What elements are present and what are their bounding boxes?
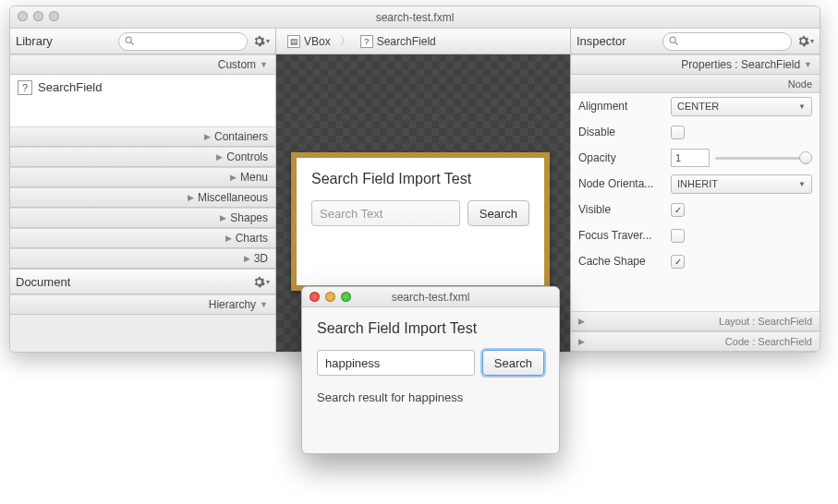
- svg-point-0: [126, 37, 131, 42]
- prop-row-focus: Focus Traver...: [571, 222, 820, 248]
- search-result-text: Search result for happiness: [317, 390, 544, 404]
- search-icon: [125, 36, 135, 46]
- minimize-icon[interactable]: [33, 11, 43, 21]
- slider-thumb-icon[interactable]: [799, 151, 812, 164]
- chevron-down-icon: ▾: [810, 37, 814, 45]
- library-section-charts[interactable]: ▶Charts: [10, 228, 275, 248]
- chevron-down-icon: ▾: [266, 278, 270, 286]
- selected-component[interactable]: Search Field Import Test Search Text Sea…: [291, 152, 550, 291]
- inspector-section-code[interactable]: ▶ Code : SearchField: [571, 331, 820, 352]
- prop-row-disable: Disable: [571, 119, 820, 145]
- library-custom-body: ? SearchField: [10, 75, 275, 126]
- chevron-down-icon: ▾: [266, 37, 270, 45]
- library-title: Library: [16, 34, 53, 48]
- preview-heading: Search Field Import Test: [317, 320, 544, 337]
- breadcrumb-item-vbox[interactable]: ▤ VBox: [284, 33, 334, 50]
- canvas-heading: Search Field Import Test: [311, 171, 529, 187]
- library-panel: Library ▾ Custom ▼ ? SearchField ▶Contai…: [10, 29, 276, 352]
- chevron-right-icon: ▶: [578, 337, 585, 346]
- visible-checkbox[interactable]: ✓: [671, 203, 685, 217]
- inspector-footer: ▶ Layout : SearchField ▶ Code : SearchFi…: [571, 311, 820, 352]
- cache-shape-checkbox[interactable]: ✓: [671, 255, 685, 269]
- library-header: Library ▾: [10, 29, 275, 54]
- inspector-search-input[interactable]: [662, 32, 792, 51]
- chevron-down-icon: ▼: [804, 60, 812, 69]
- zoom-icon[interactable]: [341, 292, 351, 302]
- inspector-body: Node Alignment CENTER▼ Disable Opacity 1: [571, 75, 820, 311]
- window-controls: [18, 11, 59, 21]
- gear-icon: [797, 35, 809, 47]
- preview-window-controls: [310, 292, 351, 302]
- chevron-right-icon: ▶: [578, 317, 585, 326]
- chevron-right-icon: ▶: [204, 132, 211, 141]
- inspector-menu-button[interactable]: ▾: [797, 33, 814, 50]
- chevron-right-icon: ▶: [225, 234, 232, 243]
- document-header: Document ▾: [10, 269, 275, 294]
- preview-titlebar[interactable]: search-test.fxml: [302, 287, 559, 307]
- library-section-menu[interactable]: ▶Menu: [10, 167, 275, 187]
- chevron-down-icon: ▼: [260, 60, 268, 69]
- prop-row-node-orientation: Node Orienta... INHERIT▼: [571, 171, 820, 197]
- chevron-right-icon: ▶: [188, 193, 194, 202]
- search-button[interactable]: Search: [468, 200, 529, 226]
- library-menu-button[interactable]: ▾: [253, 33, 270, 50]
- library-item-searchfield[interactable]: SearchField: [38, 80, 102, 94]
- document-section-hierarchy[interactable]: Hierarchy ▼: [10, 294, 275, 315]
- preview-body: Search Field Import Test happiness Searc…: [302, 307, 559, 417]
- document-title: Document: [16, 275, 70, 289]
- chevron-right-icon: ▶: [230, 173, 237, 182]
- breadcrumb-item-searchfield[interactable]: ? SearchField: [357, 33, 440, 50]
- node-orientation-combo[interactable]: INHERIT▼: [671, 174, 812, 194]
- chevron-right-icon: ▶: [216, 152, 223, 162]
- window-title: search-test.fxml: [376, 11, 455, 24]
- minimize-icon[interactable]: [325, 292, 335, 302]
- chevron-right-icon: ▶: [220, 213, 226, 222]
- library-section-containers[interactable]: ▶Containers: [10, 126, 275, 147]
- library-section-controls[interactable]: ▶Controls: [10, 147, 275, 167]
- search-icon: [669, 36, 679, 46]
- prop-row-visible: Visible ✓: [571, 197, 820, 222]
- inspector-title: Inspector: [577, 34, 625, 48]
- chevron-down-icon: ▼: [798, 102, 806, 111]
- alignment-combo[interactable]: CENTER▼: [671, 97, 812, 116]
- unknown-component-icon: ?: [360, 35, 373, 48]
- opacity-slider[interactable]: [715, 149, 812, 167]
- close-icon[interactable]: [310, 292, 320, 302]
- close-icon[interactable]: [18, 11, 28, 21]
- library-section-miscellaneous[interactable]: ▶Miscellaneous: [10, 187, 275, 208]
- unknown-component-icon: ?: [18, 80, 32, 95]
- gear-icon: [253, 276, 265, 288]
- library-section-custom[interactable]: Custom ▼: [10, 54, 275, 75]
- inspector-section-properties[interactable]: Properties : SearchField ▼: [571, 54, 820, 75]
- library-section-shapes[interactable]: ▶Shapes: [10, 208, 275, 228]
- svg-line-1: [131, 42, 134, 45]
- inspector-node-subheader: Node: [571, 75, 820, 93]
- preview-title: search-test.fxml: [392, 291, 470, 304]
- document-menu-button[interactable]: ▾: [253, 273, 270, 290]
- breadcrumb: ▤ VBox 〉 ? SearchField: [276, 29, 570, 54]
- preview-window[interactable]: search-test.fxml Search Field Import Tes…: [301, 286, 560, 454]
- focus-traversable-checkbox[interactable]: [671, 229, 685, 243]
- prop-row-cache-shape: Cache Shape ✓: [571, 248, 820, 274]
- gear-icon: [253, 35, 265, 47]
- chevron-down-icon: ▼: [260, 300, 268, 309]
- chevron-right-icon: ▶: [244, 254, 250, 263]
- disable-checkbox[interactable]: [671, 126, 685, 139]
- zoom-icon[interactable]: [49, 11, 59, 21]
- main-titlebar[interactable]: search-test.fxml: [10, 6, 820, 29]
- opacity-input[interactable]: 1: [671, 149, 710, 167]
- breadcrumb-separator-icon: 〉: [340, 33, 351, 49]
- inspector-panel: Inspector ▾ Properties : SearchField ▼ N…: [570, 29, 820, 352]
- vbox-icon: ▤: [287, 35, 300, 48]
- preview-search-input[interactable]: happiness: [317, 350, 475, 376]
- search-text-field[interactable]: Search Text: [311, 200, 460, 226]
- svg-point-2: [670, 37, 675, 42]
- prop-row-opacity: Opacity 1: [571, 145, 820, 171]
- library-section-3d[interactable]: ▶3D: [10, 248, 275, 269]
- chevron-down-icon: ▼: [798, 180, 806, 188]
- preview-search-button[interactable]: Search: [482, 350, 544, 376]
- prop-row-alignment: Alignment CENTER▼: [571, 93, 820, 119]
- library-search-input[interactable]: [118, 32, 248, 51]
- inspector-header: Inspector ▾: [571, 29, 820, 54]
- inspector-section-layout[interactable]: ▶ Layout : SearchField: [571, 311, 820, 331]
